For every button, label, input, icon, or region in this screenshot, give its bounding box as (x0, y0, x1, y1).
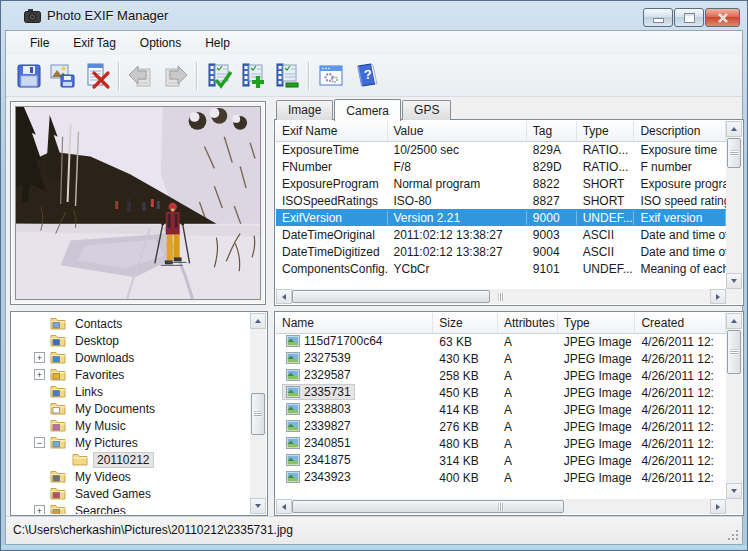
documents-folder-icon (50, 402, 66, 415)
column-header-tag[interactable]: Tag (527, 121, 577, 141)
scroll-up-button[interactable] (726, 313, 742, 329)
column-header-attributes[interactable]: Attributes (498, 313, 558, 333)
resize-grip-icon[interactable] (726, 528, 738, 540)
exif-cell: F/8 (388, 160, 527, 174)
menu-options[interactable]: Options (128, 33, 193, 53)
forward-button[interactable] (158, 59, 192, 93)
searches-folder-icon (50, 504, 66, 514)
save-button[interactable] (12, 59, 46, 93)
tab-gps[interactable]: GPS (402, 100, 451, 120)
options-button[interactable] (314, 59, 348, 93)
save-image-button[interactable] (46, 59, 80, 93)
column-header-exif-name[interactable]: Exif Name (276, 121, 388, 141)
tree-vertical-scrollbar[interactable] (250, 313, 266, 514)
scroll-up-button[interactable] (250, 313, 266, 329)
file-row[interactable]: 115d71700c6463 KBAJPEG Image4/26/2011 12… (276, 333, 726, 350)
scroll-left-button[interactable] (276, 289, 292, 304)
exif-row[interactable]: DateTimeOriginal2011:02:12 13:38:279003A… (276, 226, 726, 243)
column-header-type[interactable]: Type (577, 121, 635, 141)
menu-help[interactable]: Help (193, 33, 242, 53)
file-row[interactable]: 2338803414 KBAJPEG Image4/26/2011 12: (276, 401, 726, 418)
tab-camera[interactable]: Camera (334, 99, 401, 121)
scroll-down-button[interactable] (726, 273, 742, 289)
file-name: 115d71700c64 (282, 333, 387, 349)
photo-preview-image[interactable] (15, 106, 261, 300)
scroll-left-button[interactable] (276, 499, 292, 514)
scroll-thumb[interactable] (727, 330, 741, 374)
tree-item-my-music[interactable]: My Music (12, 417, 250, 434)
verify-tags-button[interactable] (202, 59, 236, 93)
scroll-right-button[interactable] (710, 499, 726, 514)
column-header-type[interactable]: Type (558, 313, 636, 333)
exif-row[interactable]: ISOSpeedRatingsISO-808827SHORTISO speed … (276, 192, 726, 209)
column-header-value[interactable]: Value (388, 121, 527, 141)
scroll-up-button[interactable] (726, 121, 742, 137)
file-row[interactable]: 2335731450 KBAJPEG Image4/26/2011 12: (276, 384, 726, 401)
file-name: 2327539 (282, 350, 355, 366)
exif-horizontal-scrollbar[interactable] (276, 289, 726, 304)
back-button[interactable] (124, 59, 158, 93)
scroll-right-button[interactable] (710, 289, 726, 304)
exif-row[interactable]: DateTimeDigitized2011:02:12 13:38:279004… (276, 243, 726, 260)
exif-table-panel: Exif NameValueTagTypeDescription Exposur… (274, 119, 744, 306)
file-row[interactable]: 2329587258 KBAJPEG Image4/26/2011 12: (276, 367, 726, 384)
tree-item-favorites[interactable]: +Favorites (12, 366, 250, 383)
maximize-button[interactable] (674, 8, 704, 27)
file-name: 2338803 (282, 401, 355, 417)
file-horizontal-scrollbar[interactable] (276, 499, 726, 514)
file-row[interactable]: 2339827276 KBAJPEG Image4/26/2011 12: (276, 418, 726, 435)
scroll-down-button[interactable] (726, 483, 742, 499)
tree-item-contacts[interactable]: Contacts (12, 315, 250, 332)
tab-image[interactable]: Image (276, 100, 333, 120)
menu-exif-tag[interactable]: Exif Tag (61, 33, 127, 53)
tree-item-links[interactable]: Links (12, 383, 250, 400)
file-vertical-scrollbar[interactable] (726, 313, 742, 499)
tree-item-my-pictures[interactable]: −My Pictures (12, 434, 250, 451)
tree-item-desktop[interactable]: Desktop (12, 332, 250, 349)
file-row[interactable]: 2327539430 KBAJPEG Image4/26/2011 12: (276, 350, 726, 367)
expand-plus-icon[interactable]: + (34, 369, 45, 380)
column-header-description[interactable]: Description (634, 121, 726, 141)
exif-row[interactable]: FNumberF/8829DRATIO...F number (276, 158, 726, 175)
film-check-icon (205, 62, 233, 90)
scroll-thumb[interactable] (292, 290, 490, 303)
tree-item-saved-games[interactable]: Saved Games (12, 485, 250, 502)
delete-list-button[interactable] (80, 59, 114, 93)
exif-vertical-scrollbar[interactable] (726, 121, 742, 289)
scroll-thumb[interactable] (292, 500, 564, 513)
searches-folder-icon (50, 504, 66, 514)
close-button[interactable] (705, 8, 740, 27)
file-row[interactable]: 2341875314 KBAJPEG Image4/26/2011 12: (276, 452, 726, 469)
exif-row[interactable]: ExposureTime10/2500 sec829ARATIO...Expos… (276, 141, 726, 158)
tree-item-my-videos[interactable]: My Videos (12, 468, 250, 485)
collapse-minus-icon[interactable]: − (34, 437, 45, 448)
file-row[interactable]: 2340851480 KBAJPEG Image4/26/2011 12: (276, 435, 726, 452)
tree-item-searches[interactable]: +Searches (12, 502, 250, 514)
tree-item-20110212[interactable]: 20110212 (12, 451, 250, 468)
exif-row[interactable]: ExifVersionVersion 2.219000UNDEF...Exif … (276, 209, 726, 226)
column-header-created[interactable]: Created (635, 313, 726, 333)
exif-row[interactable]: ExposureProgramNormal program8822SHORTEx… (276, 175, 726, 192)
tree-item-downloads[interactable]: +Downloads (12, 349, 250, 366)
menu-bar: File Exif Tag Options Help (6, 31, 742, 55)
minimize-button[interactable] (643, 8, 673, 27)
tree-item-my-documents[interactable]: My Documents (12, 400, 250, 417)
exif-row[interactable]: ComponentsConfig...YCbCr9101UNDEF...Mean… (276, 260, 726, 277)
exif-cell: UNDEF... (577, 211, 635, 225)
menu-file[interactable]: File (18, 33, 61, 53)
scroll-thumb[interactable] (251, 393, 265, 435)
tree-item-label: 20110212 (93, 452, 154, 468)
column-header-size[interactable]: Size (433, 313, 498, 333)
expand-plus-icon[interactable]: + (34, 505, 45, 514)
expand-plus-icon[interactable]: + (34, 352, 45, 363)
help-button[interactable]: ? (348, 59, 382, 93)
file-row[interactable]: 2343923400 KBAJPEG Image4/26/2011 12: (276, 469, 726, 486)
add-tag-button[interactable] (236, 59, 270, 93)
music-folder-icon (50, 419, 66, 432)
column-header-name[interactable]: Name (276, 313, 433, 333)
back-icon (127, 62, 155, 90)
scroll-thumb[interactable] (727, 138, 741, 168)
scroll-down-button[interactable] (250, 498, 266, 514)
title-bar[interactable]: Photo EXIF Manager (1, 1, 747, 30)
remove-tag-button[interactable] (270, 59, 304, 93)
